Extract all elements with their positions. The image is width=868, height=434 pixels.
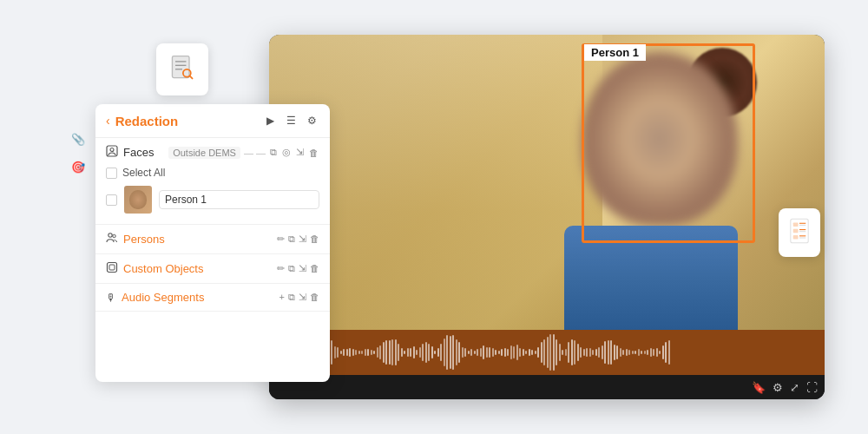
faces-badge: Outside DEMS bbox=[168, 147, 240, 159]
waveform-area[interactable] bbox=[269, 330, 825, 375]
person-1-thumbnail bbox=[124, 186, 152, 214]
right-floating-list-icon-box[interactable] bbox=[779, 208, 820, 257]
custom-copy-icon[interactable]: ⧉ bbox=[288, 263, 295, 274]
svg-rect-13 bbox=[793, 235, 799, 239]
custom-expand-icon[interactable]: ⇲ bbox=[299, 263, 306, 274]
svg-point-19 bbox=[113, 234, 115, 237]
select-all-label: Select All bbox=[122, 167, 165, 179]
clip-icon[interactable]: 📎 bbox=[69, 130, 87, 148]
faces-section-title: Faces bbox=[123, 146, 154, 159]
svg-rect-10 bbox=[793, 229, 799, 233]
svg-point-18 bbox=[108, 233, 112, 237]
audio-segments-section: 🎙 Audio Segments + ⧉ ⇲ 🗑 bbox=[95, 284, 330, 312]
svg-point-17 bbox=[110, 148, 114, 152]
panel-actions: ▶ ☰ ⚙ bbox=[262, 113, 319, 128]
side-panel: ‹ Redaction ▶ ☰ ⚙ bbox=[95, 104, 330, 382]
faces-title-group: Faces bbox=[106, 145, 154, 160]
custom-objects-icon bbox=[106, 261, 118, 276]
persons-edit-icon[interactable]: ✏ bbox=[277, 233, 285, 245]
audio-delete-icon[interactable]: 🗑 bbox=[310, 292, 319, 303]
floating-document-icon-box bbox=[156, 43, 208, 95]
faces-expand-icon[interactable]: ⇲ bbox=[295, 146, 305, 159]
list-icon bbox=[786, 217, 813, 248]
video-player: Person 1 🔖 ⚙ ⤢ ⛶ bbox=[269, 35, 825, 399]
audio-segments-actions: + ⧉ ⇲ 🗑 bbox=[279, 292, 319, 303]
person-1-name-input[interactable] bbox=[159, 190, 319, 209]
svg-rect-7 bbox=[793, 223, 799, 227]
left-toolbar: 📎 🎯 bbox=[69, 130, 90, 175]
person-1-checkbox[interactable] bbox=[106, 194, 117, 206]
control-bar: 🔖 ⚙ ⤢ ⛶ bbox=[269, 375, 825, 399]
person-1-face bbox=[129, 190, 147, 209]
video-frame: Person 1 bbox=[269, 35, 825, 330]
persons-delete-icon[interactable]: 🗑 bbox=[310, 233, 319, 245]
faces-dashes: — — bbox=[244, 148, 266, 158]
bounding-box-label: Person 1 bbox=[584, 44, 646, 61]
faces-copy-icon[interactable]: ⧉ bbox=[269, 146, 278, 159]
select-all-row: Select All bbox=[106, 163, 319, 182]
audio-segments-icon: 🎙 bbox=[106, 292, 116, 304]
document-search-icon bbox=[168, 54, 196, 85]
panel-header: ‹ Redaction ▶ ☰ ⚙ bbox=[95, 104, 330, 138]
settings-action-icon[interactable]: ⚙ bbox=[304, 113, 319, 128]
fullscreen-icon[interactable]: ⛶ bbox=[806, 381, 818, 394]
play-action-icon[interactable]: ▶ bbox=[262, 113, 278, 128]
svg-rect-0 bbox=[172, 56, 189, 78]
persons-section-title[interactable]: Persons bbox=[123, 233, 165, 246]
video-controls: 🔖 ⚙ ⤢ ⛶ bbox=[269, 330, 825, 399]
svg-rect-21 bbox=[109, 265, 115, 270]
list-action-icon[interactable]: ☰ bbox=[283, 113, 299, 128]
persons-actions: ✏ ⧉ ⇲ 🗑 bbox=[277, 233, 319, 245]
persons-icon bbox=[106, 232, 118, 247]
panel-title-group: ‹ Redaction bbox=[106, 114, 178, 128]
faces-target-icon[interactable]: ◎ bbox=[281, 146, 292, 159]
custom-objects-section: Custom Objects ✏ ⧉ ⇲ 🗑 bbox=[95, 254, 330, 284]
custom-objects-actions: ✏ ⧉ ⇲ 🗑 bbox=[277, 263, 319, 274]
face-detect-icon[interactable]: 🎯 bbox=[69, 158, 87, 175]
audio-expand-icon[interactable]: ⇲ bbox=[299, 292, 306, 303]
svg-rect-20 bbox=[108, 263, 117, 273]
persons-expand-icon[interactable]: ⇲ bbox=[299, 233, 306, 245]
svg-line-5 bbox=[189, 76, 192, 78]
waveform-bars bbox=[276, 331, 818, 374]
faces-section: Faces Outside DEMS — — ⧉ ◎ ⇲ 🗑 Select Al… bbox=[95, 138, 330, 225]
custom-edit-icon[interactable]: ✏ bbox=[277, 263, 285, 274]
audio-copy-icon[interactable]: ⧉ bbox=[288, 292, 295, 303]
bookmark-icon[interactable]: 🔖 bbox=[752, 381, 766, 394]
audio-add-icon[interactable]: + bbox=[279, 292, 285, 303]
persons-copy-icon[interactable]: ⧉ bbox=[288, 233, 295, 245]
audio-segments-title-group: 🎙 Audio Segments bbox=[106, 291, 204, 304]
faces-icon bbox=[106, 145, 118, 160]
custom-objects-title-group: Custom Objects bbox=[106, 261, 203, 276]
persons-title-group: Persons bbox=[106, 232, 165, 247]
persons-section: Persons ✏ ⧉ ⇲ 🗑 bbox=[95, 225, 330, 254]
audio-segments-section-title[interactable]: Audio Segments bbox=[122, 291, 204, 304]
back-arrow[interactable]: ‹ bbox=[106, 114, 110, 128]
bounding-box: Person 1 bbox=[582, 43, 755, 243]
person-row-1 bbox=[106, 182, 319, 217]
panel-title: Redaction bbox=[115, 114, 179, 128]
faces-section-header: Faces Outside DEMS — — ⧉ ◎ ⇲ 🗑 bbox=[106, 145, 319, 160]
settings-icon[interactable]: ⚙ bbox=[773, 381, 783, 394]
custom-objects-section-title[interactable]: Custom Objects bbox=[123, 262, 203, 275]
faces-delete-icon[interactable]: 🗑 bbox=[308, 147, 319, 159]
expand-icon[interactable]: ⤢ bbox=[790, 381, 799, 394]
custom-delete-icon[interactable]: 🗑 bbox=[310, 263, 319, 274]
select-all-checkbox[interactable] bbox=[106, 168, 117, 179]
